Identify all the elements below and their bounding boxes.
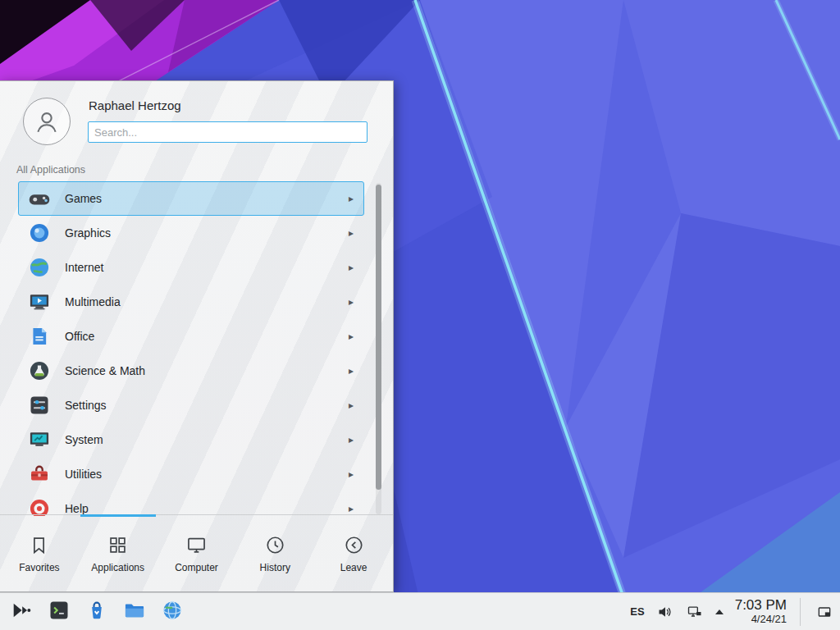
computer-icon bbox=[185, 534, 208, 556]
tab-label: History bbox=[260, 562, 290, 573]
category-label: Graphics bbox=[65, 226, 111, 240]
submenu-arrow-icon: ▸ bbox=[349, 227, 354, 239]
clock-time: 7:03 PM bbox=[735, 597, 787, 614]
tab-label: Applications bbox=[91, 562, 144, 573]
tab-label: Favorites bbox=[19, 562, 59, 573]
show-desktop-icon bbox=[816, 604, 833, 620]
tab-computer[interactable]: Computer bbox=[158, 515, 236, 591]
system-tray: ES 7:03 PM 4/24/21 bbox=[630, 596, 837, 628]
help-icon bbox=[27, 496, 52, 516]
submenu-arrow-icon: ▸ bbox=[349, 434, 354, 445]
category-label: Multimedia bbox=[65, 295, 121, 308]
submenu-arrow-icon: ▸ bbox=[349, 399, 354, 411]
category-label: Games bbox=[65, 192, 102, 205]
submenu-arrow-icon: ▸ bbox=[349, 331, 354, 342]
category-label: Science & Math bbox=[65, 364, 145, 377]
search-input[interactable] bbox=[88, 121, 368, 143]
category-list: Games ▸ Graphics ▸ Internet ▸ Multimedia… bbox=[18, 181, 364, 516]
history-icon bbox=[264, 534, 286, 556]
category-label: Settings bbox=[65, 399, 107, 412]
show-desktop-button[interactable] bbox=[812, 596, 837, 628]
category-science-math[interactable]: Science & Math ▸ bbox=[18, 354, 364, 388]
category-label: Office bbox=[65, 330, 94, 343]
tab-favorites[interactable]: Favorites bbox=[0, 515, 79, 591]
system-icon bbox=[27, 427, 52, 452]
category-utilities[interactable]: Utilities ▸ bbox=[18, 457, 364, 491]
pinned-app-file-manager[interactable] bbox=[120, 597, 149, 627]
submenu-arrow-icon: ▸ bbox=[349, 468, 354, 480]
scrollbar-thumb[interactable] bbox=[376, 185, 381, 490]
keyboard-layout-button[interactable]: ES bbox=[630, 605, 644, 618]
science-icon bbox=[27, 358, 52, 383]
category-system[interactable]: System ▸ bbox=[18, 422, 364, 457]
submenu-arrow-icon: ▸ bbox=[349, 503, 354, 514]
category-label: Help bbox=[65, 502, 89, 515]
graphics-icon bbox=[27, 221, 52, 245]
games-icon bbox=[27, 186, 52, 211]
clock-button[interactable]: 7:03 PM 4/24/21 bbox=[735, 597, 788, 625]
network-icon[interactable] bbox=[686, 603, 704, 621]
web-browser-icon bbox=[161, 599, 184, 624]
submenu-arrow-icon: ▸ bbox=[349, 193, 354, 204]
tray-separator bbox=[800, 598, 801, 626]
tab-bar: Favorites Applications Computer History bbox=[0, 514, 393, 591]
category-settings[interactable]: Settings ▸ bbox=[18, 388, 364, 422]
taskbar: ES 7:03 PM 4/24/21 bbox=[0, 592, 840, 630]
pinned-app-web-browser[interactable] bbox=[158, 597, 187, 627]
submenu-arrow-icon: ▸ bbox=[349, 365, 354, 377]
category-help[interactable]: Help ▸ bbox=[18, 491, 364, 516]
category-label: Internet bbox=[65, 261, 103, 274]
submenu-arrow-icon: ▸ bbox=[349, 296, 354, 308]
tab-label: Leave bbox=[340, 562, 368, 573]
tab-label: Computer bbox=[175, 562, 218, 573]
avatar[interactable] bbox=[23, 98, 71, 145]
tab-leave[interactable]: Leave bbox=[314, 515, 393, 591]
pinned-app-software-center[interactable] bbox=[82, 597, 112, 627]
submenu-arrow-icon: ▸ bbox=[349, 262, 354, 273]
app-launcher-button[interactable] bbox=[7, 597, 36, 627]
utilities-icon bbox=[27, 462, 52, 486]
leave-icon bbox=[343, 534, 365, 556]
application-launcher: Raphael Hertzog All Applications Games ▸… bbox=[0, 80, 394, 592]
category-graphics[interactable]: Graphics ▸ bbox=[18, 216, 364, 250]
software-center-icon bbox=[85, 599, 108, 624]
category-games[interactable]: Games ▸ bbox=[18, 181, 364, 216]
terminal-icon bbox=[48, 599, 71, 624]
pinned-app-terminal[interactable] bbox=[44, 597, 74, 627]
volume-icon[interactable] bbox=[656, 603, 674, 621]
section-label: All Applications bbox=[16, 164, 85, 176]
clock-date: 4/24/21 bbox=[735, 614, 787, 626]
settings-icon bbox=[27, 393, 52, 418]
favorites-icon bbox=[28, 534, 50, 556]
category-internet[interactable]: Internet ▸ bbox=[18, 250, 364, 285]
scrollbar[interactable] bbox=[376, 183, 381, 514]
office-icon bbox=[27, 324, 52, 349]
tab-applications[interactable]: Applications bbox=[79, 515, 158, 591]
tab-history[interactable]: History bbox=[235, 515, 314, 591]
category-label: Utilities bbox=[65, 468, 102, 481]
category-office[interactable]: Office ▸ bbox=[18, 319, 364, 354]
app-launcher-icon bbox=[10, 599, 33, 624]
multimedia-icon bbox=[27, 290, 52, 314]
category-multimedia[interactable]: Multimedia ▸ bbox=[18, 285, 364, 319]
applications-icon bbox=[107, 534, 129, 556]
file-manager-icon bbox=[123, 599, 146, 624]
category-label: System bbox=[65, 433, 103, 446]
internet-icon bbox=[27, 255, 52, 280]
tray-expand-button[interactable] bbox=[715, 609, 724, 614]
user-name: Raphael Hertzog bbox=[89, 98, 181, 112]
